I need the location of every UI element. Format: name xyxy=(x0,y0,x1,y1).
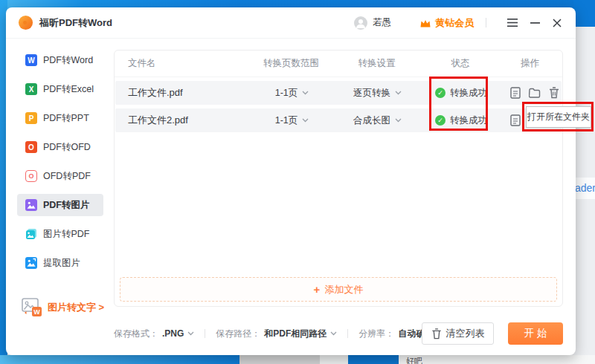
chevron-down-icon xyxy=(395,118,402,123)
success-check-icon: ✓ xyxy=(435,115,446,126)
background-right-blue xyxy=(573,0,595,27)
sidebar-item-extract-image[interactable]: 提取图片 xyxy=(17,252,103,274)
list-header: 文件名 转换页数范围 转换设置 状态 操作 xyxy=(115,51,562,77)
filename: 工作文件.pdf xyxy=(115,86,253,100)
file-icon xyxy=(510,87,521,99)
ofd-to-pdf-icon: O xyxy=(25,170,37,182)
sidebar-item-ofd-to-pdf[interactable]: O OFD转PDF xyxy=(17,165,103,187)
background-dialog-text: 好吧 xyxy=(406,356,422,364)
save-path-label: 保存路径： xyxy=(216,328,260,340)
footer-bar: 保存格式： .PNG 保存路径： 和PDF相同路径 分辨率： 自动确定 清空列表 xyxy=(6,322,576,345)
minimize-icon xyxy=(530,22,540,24)
clear-list-button[interactable]: 清空列表 xyxy=(422,322,494,345)
page-range-value: 1-1页 xyxy=(275,87,298,100)
column-header-filename: 文件名 xyxy=(115,57,252,70)
clear-list-label: 清空列表 xyxy=(446,327,485,340)
background-bottom-blue xyxy=(0,355,239,364)
column-header-settings: 转换设置 xyxy=(330,57,423,70)
username: 若愚 xyxy=(373,16,391,29)
file-icon xyxy=(510,114,521,126)
promo-label: 图片转文字 > xyxy=(48,301,104,314)
avatar[interactable] xyxy=(354,16,367,30)
sidebar-item-pdf-to-ppt[interactable]: P PDF转PPT xyxy=(17,107,103,129)
sidebar-item-label: 图片转PDF xyxy=(43,228,90,241)
background-bottom-blue2 xyxy=(348,355,399,364)
sidebar-item-label: PDF转OFD xyxy=(43,141,91,154)
row-actions xyxy=(498,87,562,99)
folder-icon xyxy=(529,88,541,98)
sidebar-item-image-to-pdf[interactable]: 图片转PDF xyxy=(17,223,103,245)
sidebar-item-label: PDF转Excel xyxy=(43,83,94,96)
trash-icon xyxy=(431,328,442,339)
convert-setting-dropdown[interactable]: 逐页转换 xyxy=(331,87,424,100)
image-to-text-icon: W xyxy=(22,298,42,317)
status-text: 转换成功 xyxy=(450,114,487,127)
extract-image-icon xyxy=(25,257,37,269)
open-file-button[interactable] xyxy=(509,114,521,126)
chevron-down-icon xyxy=(302,118,309,123)
trash-icon xyxy=(549,87,559,99)
close-button[interactable] xyxy=(550,16,564,30)
background-bottom-gray xyxy=(239,355,320,364)
sidebar-item-label: PDF转Word xyxy=(43,54,93,67)
images-icon xyxy=(25,228,37,240)
footer-divider xyxy=(347,329,348,338)
save-path-value: 和PDF相同路径 xyxy=(264,328,327,340)
add-file-button[interactable]: + 添加文件 xyxy=(120,277,557,302)
save-path-select[interactable]: 保存路径： 和PDF相同路径 xyxy=(216,328,337,340)
sidebar-item-pdf-to-excel[interactable]: X PDF转Excel xyxy=(17,78,103,100)
status-badge: ✓ 转换成功 xyxy=(424,87,498,100)
status-badge: ✓ 转换成功 xyxy=(424,114,498,127)
convert-setting-dropdown[interactable]: 合成长图 xyxy=(331,114,424,127)
save-format-select[interactable]: 保存格式： .PNG xyxy=(114,328,194,340)
status-text: 转换成功 xyxy=(450,87,487,100)
filename: 工作文件2.pdf xyxy=(115,114,253,127)
page-range-dropdown[interactable]: 1-1页 xyxy=(253,114,331,127)
delete-file-button[interactable] xyxy=(548,87,560,99)
titlebar-right: 若愚 黄钻会员 xyxy=(354,16,564,30)
column-header-actions: 操作 xyxy=(498,57,562,70)
titlebar: 福昕PDF转Word 若愚 黄钻会员 xyxy=(6,7,576,39)
file-row: 工作文件.pdf 1-1页 逐页转换 ✓ 转换成功 xyxy=(115,81,562,105)
background-partial-link-text: ader xyxy=(575,182,595,194)
avatar-icon xyxy=(354,16,367,30)
page-range-dropdown[interactable]: 1-1页 xyxy=(253,87,331,100)
sidebar-item-label: OFD转PDF xyxy=(43,170,91,183)
menu-button[interactable] xyxy=(506,16,519,30)
column-header-status: 状态 xyxy=(423,57,498,70)
menu-icon xyxy=(507,19,518,27)
sidebar-item-pdf-to-word[interactable]: W PDF转Word xyxy=(17,49,103,71)
chevron-down-icon xyxy=(302,91,309,95)
resolution-label: 分辨率： xyxy=(358,328,394,340)
footer-options: 保存格式： .PNG 保存路径： 和PDF相同路径 分辨率： 自动确定 xyxy=(114,322,444,345)
sidebar-item-label: PDF转图片 xyxy=(43,199,90,212)
svg-text:W: W xyxy=(33,308,40,316)
tooltip-open-folder: 打开所在文件夹 xyxy=(526,106,591,128)
sidebar: W PDF转Word X PDF转Excel P PDF转PPT O PDF转O… xyxy=(6,49,115,320)
sidebar-item-image-to-text[interactable]: W 图片转文字 > xyxy=(17,295,115,320)
ppt-icon: P xyxy=(25,112,37,124)
convert-setting-value: 合成长图 xyxy=(353,114,390,127)
ofd-icon: O xyxy=(25,141,37,153)
open-file-button[interactable] xyxy=(509,87,521,99)
chevron-down-icon xyxy=(330,331,337,336)
save-format-label: 保存格式： xyxy=(114,328,158,340)
vip-membership-link[interactable]: 黄钻会员 xyxy=(419,16,474,30)
app-window: 福昕PDF转Word 若愚 黄钻会员 xyxy=(6,7,576,355)
image-icon xyxy=(25,199,37,211)
open-folder-button[interactable] xyxy=(529,87,541,99)
sidebar-item-label: 提取图片 xyxy=(43,257,80,270)
page-range-value: 1-1页 xyxy=(275,114,298,127)
sidebar-item-pdf-to-ofd[interactable]: O PDF转OFD xyxy=(17,136,103,158)
chevron-down-icon xyxy=(187,331,194,336)
app-title: 福昕PDF转Word xyxy=(39,16,112,30)
success-check-icon: ✓ xyxy=(435,88,446,98)
start-button[interactable]: 开 始 xyxy=(508,322,563,345)
minimize-button[interactable] xyxy=(528,16,541,30)
plus-icon: + xyxy=(314,283,321,296)
crown-icon xyxy=(419,18,431,28)
background-bottom-strip xyxy=(0,355,595,364)
sidebar-item-label: PDF转PPT xyxy=(43,112,89,125)
background-bottom-white xyxy=(399,355,595,364)
sidebar-item-pdf-to-image[interactable]: PDF转图片 xyxy=(17,194,103,216)
